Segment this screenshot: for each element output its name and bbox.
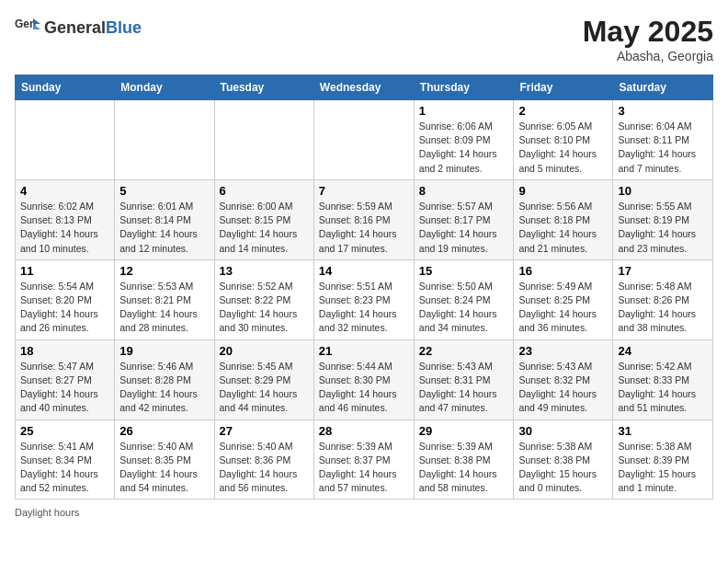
calendar-week-row: 18Sunrise: 5:47 AM Sunset: 8:27 PM Dayli… xyxy=(16,339,713,419)
day-detail: Sunrise: 6:06 AM Sunset: 8:09 PM Dayligh… xyxy=(419,120,509,176)
calendar-cell: 18Sunrise: 5:47 AM Sunset: 8:27 PM Dayli… xyxy=(16,339,115,419)
day-number: 8 xyxy=(419,184,509,198)
day-detail: Sunrise: 5:59 AM Sunset: 8:16 PM Dayligh… xyxy=(319,200,409,256)
day-detail: Sunrise: 5:53 AM Sunset: 8:21 PM Dayligh… xyxy=(119,280,209,336)
calendar-cell: 30Sunrise: 5:38 AM Sunset: 8:38 PM Dayli… xyxy=(514,419,613,500)
calendar-cell: 4Sunrise: 6:02 AM Sunset: 8:13 PM Daylig… xyxy=(16,179,115,259)
calendar-cell: 14Sunrise: 5:51 AM Sunset: 8:23 PM Dayli… xyxy=(313,259,414,339)
calendar-cell: 6Sunrise: 6:00 AM Sunset: 8:15 PM Daylig… xyxy=(214,179,313,259)
calendar-cell xyxy=(115,100,214,180)
legend: Daylight hours xyxy=(15,507,713,518)
day-number: 6 xyxy=(220,184,309,198)
day-number: 27 xyxy=(220,424,309,438)
day-number: 12 xyxy=(119,264,209,278)
logo-blue: Blue xyxy=(106,18,142,37)
calendar-cell: 12Sunrise: 5:53 AM Sunset: 8:21 PM Dayli… xyxy=(115,259,214,339)
day-number: 4 xyxy=(20,184,109,198)
calendar-cell: 23Sunrise: 5:43 AM Sunset: 8:32 PM Dayli… xyxy=(514,339,613,419)
day-number: 9 xyxy=(518,184,608,198)
day-detail: Sunrise: 5:52 AM Sunset: 8:22 PM Dayligh… xyxy=(220,280,309,336)
day-number: 29 xyxy=(419,424,509,438)
calendar-day-header: Wednesday xyxy=(313,75,414,100)
day-number: 22 xyxy=(419,344,509,358)
svg-text:Gen: Gen xyxy=(15,17,36,30)
day-detail: Sunrise: 5:38 AM Sunset: 8:38 PM Dayligh… xyxy=(518,440,608,496)
day-detail: Sunrise: 5:56 AM Sunset: 8:18 PM Dayligh… xyxy=(518,200,608,256)
calendar-cell: 19Sunrise: 5:46 AM Sunset: 8:28 PM Dayli… xyxy=(115,339,214,419)
day-detail: Sunrise: 5:39 AM Sunset: 8:38 PM Dayligh… xyxy=(419,440,509,496)
calendar-cell: 25Sunrise: 5:41 AM Sunset: 8:34 PM Dayli… xyxy=(16,419,115,500)
calendar-cell: 22Sunrise: 5:43 AM Sunset: 8:31 PM Dayli… xyxy=(414,339,514,419)
calendar-week-row: 4Sunrise: 6:02 AM Sunset: 8:13 PM Daylig… xyxy=(16,179,713,259)
calendar-cell: 13Sunrise: 5:52 AM Sunset: 8:22 PM Dayli… xyxy=(214,259,313,339)
calendar-cell: 1Sunrise: 6:06 AM Sunset: 8:09 PM Daylig… xyxy=(414,100,514,180)
calendar-cell: 20Sunrise: 5:45 AM Sunset: 8:29 PM Dayli… xyxy=(214,339,313,419)
day-number: 21 xyxy=(319,344,409,358)
day-detail: Sunrise: 5:51 AM Sunset: 8:23 PM Dayligh… xyxy=(319,280,409,336)
day-detail: Sunrise: 5:40 AM Sunset: 8:35 PM Dayligh… xyxy=(119,440,209,496)
calendar-day-header: Thursday xyxy=(414,75,514,100)
calendar-cell xyxy=(214,100,313,180)
day-number: 31 xyxy=(618,424,708,438)
day-number: 11 xyxy=(20,264,109,278)
page-header: Gen GeneralBlue May 2025 Abasha, Georgia xyxy=(15,15,713,63)
day-number: 7 xyxy=(319,184,409,198)
day-number: 30 xyxy=(518,424,608,438)
day-detail: Sunrise: 5:48 AM Sunset: 8:26 PM Dayligh… xyxy=(618,280,708,336)
title-location: Abasha, Georgia xyxy=(583,49,713,63)
day-detail: Sunrise: 5:57 AM Sunset: 8:17 PM Dayligh… xyxy=(419,200,509,256)
calendar-cell: 3Sunrise: 6:04 AM Sunset: 8:11 PM Daylig… xyxy=(613,100,713,180)
day-detail: Sunrise: 5:44 AM Sunset: 8:30 PM Dayligh… xyxy=(319,360,409,416)
calendar-cell: 29Sunrise: 5:39 AM Sunset: 8:38 PM Dayli… xyxy=(414,419,514,500)
day-detail: Sunrise: 5:54 AM Sunset: 8:20 PM Dayligh… xyxy=(20,280,109,336)
day-number: 15 xyxy=(419,264,509,278)
day-number: 24 xyxy=(618,344,708,358)
day-number: 14 xyxy=(319,264,409,278)
day-detail: Sunrise: 6:05 AM Sunset: 8:10 PM Dayligh… xyxy=(518,120,608,176)
calendar-cell: 27Sunrise: 5:40 AM Sunset: 8:36 PM Dayli… xyxy=(214,419,313,500)
calendar-header-row: SundayMondayTuesdayWednesdayThursdayFrid… xyxy=(16,75,713,100)
day-detail: Sunrise: 6:00 AM Sunset: 8:15 PM Dayligh… xyxy=(220,200,309,256)
day-detail: Sunrise: 5:38 AM Sunset: 8:39 PM Dayligh… xyxy=(618,440,708,496)
calendar-cell: 24Sunrise: 5:42 AM Sunset: 8:33 PM Dayli… xyxy=(613,339,713,419)
day-detail: Sunrise: 6:04 AM Sunset: 8:11 PM Dayligh… xyxy=(618,120,708,176)
day-number: 19 xyxy=(119,344,209,358)
day-detail: Sunrise: 5:45 AM Sunset: 8:29 PM Dayligh… xyxy=(220,360,309,416)
day-detail: Sunrise: 5:55 AM Sunset: 8:19 PM Dayligh… xyxy=(618,200,708,256)
day-number: 25 xyxy=(20,424,109,438)
day-number: 10 xyxy=(618,184,708,198)
calendar-cell: 15Sunrise: 5:50 AM Sunset: 8:24 PM Dayli… xyxy=(414,259,514,339)
day-number: 1 xyxy=(419,104,509,118)
day-detail: Sunrise: 6:02 AM Sunset: 8:13 PM Dayligh… xyxy=(20,200,109,256)
calendar-cell: 26Sunrise: 5:40 AM Sunset: 8:35 PM Dayli… xyxy=(115,419,214,500)
day-detail: Sunrise: 5:43 AM Sunset: 8:32 PM Dayligh… xyxy=(518,360,608,416)
day-number: 23 xyxy=(518,344,608,358)
calendar-cell: 11Sunrise: 5:54 AM Sunset: 8:20 PM Dayli… xyxy=(16,259,115,339)
logo-general: General xyxy=(44,18,106,37)
calendar-cell: 7Sunrise: 5:59 AM Sunset: 8:16 PM Daylig… xyxy=(313,179,414,259)
day-number: 26 xyxy=(119,424,209,438)
calendar-cell xyxy=(313,100,414,180)
day-detail: Sunrise: 5:42 AM Sunset: 8:33 PM Dayligh… xyxy=(618,360,708,416)
calendar-day-header: Tuesday xyxy=(214,75,313,100)
day-detail: Sunrise: 5:43 AM Sunset: 8:31 PM Dayligh… xyxy=(419,360,509,416)
title-month: May 2025 xyxy=(583,15,713,49)
calendar-cell: 2Sunrise: 6:05 AM Sunset: 8:10 PM Daylig… xyxy=(514,100,613,180)
day-detail: Sunrise: 6:01 AM Sunset: 8:14 PM Dayligh… xyxy=(119,200,209,256)
calendar-cell: 28Sunrise: 5:39 AM Sunset: 8:37 PM Dayli… xyxy=(313,419,414,500)
calendar-week-row: 1Sunrise: 6:06 AM Sunset: 8:09 PM Daylig… xyxy=(16,100,713,180)
calendar-day-header: Monday xyxy=(115,75,214,100)
calendar-week-row: 11Sunrise: 5:54 AM Sunset: 8:20 PM Dayli… xyxy=(16,259,713,339)
calendar-day-header: Sunday xyxy=(16,75,115,100)
calendar-table: SundayMondayTuesdayWednesdayThursdayFrid… xyxy=(15,75,713,500)
day-number: 28 xyxy=(319,424,409,438)
calendar-day-header: Friday xyxy=(514,75,613,100)
calendar-cell: 17Sunrise: 5:48 AM Sunset: 8:26 PM Dayli… xyxy=(613,259,713,339)
day-detail: Sunrise: 5:50 AM Sunset: 8:24 PM Dayligh… xyxy=(419,280,509,336)
day-detail: Sunrise: 5:47 AM Sunset: 8:27 PM Dayligh… xyxy=(20,360,109,416)
day-number: 18 xyxy=(20,344,109,358)
day-detail: Sunrise: 5:46 AM Sunset: 8:28 PM Dayligh… xyxy=(119,360,209,416)
calendar-cell: 8Sunrise: 5:57 AM Sunset: 8:17 PM Daylig… xyxy=(414,179,514,259)
logo: Gen GeneralBlue xyxy=(15,15,142,40)
logo-text: GeneralBlue xyxy=(44,18,142,38)
